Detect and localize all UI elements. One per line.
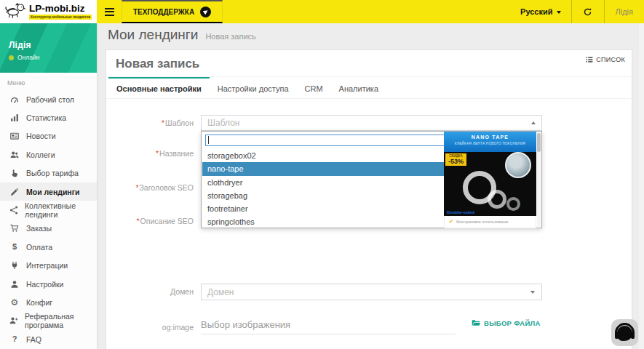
template-option[interactable]: springclothes (202, 215, 445, 228)
text-cursor (208, 136, 209, 144)
choose-file-button[interactable]: ВЫБОР ФАЙЛА (472, 318, 541, 327)
stats-icon (9, 113, 20, 122)
news-icon (9, 132, 20, 140)
preview-footer: ✔ Многоразовое использование (444, 216, 536, 228)
page-scrollbar[interactable] (639, 23, 644, 349)
dashboard-icon (9, 95, 20, 104)
online-status-icon (9, 55, 14, 60)
template-option-list: storagebox02 nano-tape clothdryer storag… (202, 149, 445, 229)
language-dropdown[interactable]: Русский (510, 7, 571, 16)
sidebar-item-label: Настройки (26, 280, 64, 289)
sidebar-item[interactable]: Коллеги (0, 145, 97, 164)
tab-bar: Основные настройки Настройки доступа CRM… (106, 77, 632, 99)
breadcrumb: Мои лендинги Новая запись (108, 27, 256, 43)
tab[interactable]: CRM (297, 77, 331, 98)
sidebar-item[interactable]: Настройки (0, 275, 97, 293)
template-dropdown: storagebox02 nano-tape clothdryer storag… (201, 131, 542, 228)
sidebar-item-label: Оплата (26, 243, 52, 252)
sidebar-item-label: Коллеги (26, 151, 55, 159)
template-option-label: clothdryer (207, 178, 242, 187)
sidebar-item[interactable]: Статистика (0, 108, 97, 127)
user-plus-icon (9, 316, 18, 325)
seo-description-label: Описание SEO (106, 217, 194, 225)
preview-note: Многоразовое использование (456, 220, 509, 224)
preview-product-area: СКИДКА -53% Double-sided (444, 152, 536, 216)
chevron-down-icon (530, 291, 535, 294)
pencil-icon (9, 188, 20, 196)
sidebar-item-label: FAQ (26, 335, 41, 344)
sidebar-toggle-button[interactable] (97, 0, 122, 23)
tab-label: Аналитика (339, 84, 378, 93)
sidebar-item[interactable]: Выбор тарифа (0, 164, 97, 182)
tab[interactable]: Основные настройки (108, 77, 210, 98)
support-chat-widget[interactable] (611, 319, 638, 346)
og-image-input[interactable] (201, 316, 456, 334)
tape-roll-small (506, 197, 520, 211)
logo-subtitle: Конструктор мобильных лендингов (29, 15, 92, 20)
content-area: Мои лендинги Новая запись Новая запись С… (97, 23, 644, 349)
top-header: LP-mobi.biz Конструктор мобильных лендин… (0, 0, 644, 23)
template-option[interactable]: nano-tape (202, 162, 445, 175)
template-preview-image: NANO TAPE КЛЕЙКАЯ ЛЕНТА НОВОГО ПОКОЛЕНИЯ… (444, 132, 536, 228)
profile-banner: Лідія Онлайн (0, 23, 97, 73)
gears-icon: ⚙ (9, 298, 20, 307)
sidebar-item[interactable]: $ Оплата (0, 238, 97, 256)
template-search-input[interactable] (205, 135, 445, 146)
template-option[interactable]: storagebox02 (202, 149, 445, 162)
sidebar-item[interactable]: Реферальная программа (0, 312, 97, 330)
template-option-label: storagebox02 (207, 151, 256, 160)
cart-icon (9, 224, 20, 233)
preview-caption: Double-sided (447, 210, 474, 214)
online-status-label: Онлайн (17, 54, 39, 61)
tab[interactable]: Настройки доступа (210, 77, 297, 98)
template-option[interactable]: clothdryer (202, 176, 445, 189)
preview-header: NANO TAPE КЛЕЙКАЯ ЛЕНТА НОВОГО ПОКОЛЕНИЯ (444, 132, 536, 152)
template-option-label: footretainer (207, 204, 248, 213)
sidebar-item-label: Интеграции (26, 261, 68, 270)
chevron-up-icon (531, 121, 536, 124)
tape-roll-medium (488, 190, 506, 209)
folder-icon (472, 318, 480, 327)
sidebar-item-label: Статистика (26, 113, 66, 122)
sidebar-item-label: Новости (26, 132, 56, 140)
og-image-label: og:image (106, 323, 194, 332)
menu-section-label: Меню (7, 79, 97, 87)
dropdown-scrollbar-thumb[interactable] (537, 133, 541, 152)
tab[interactable]: Аналитика (331, 77, 386, 98)
template-option-label: springclothes (207, 217, 255, 226)
list-button[interactable]: СПИСОК (586, 56, 625, 63)
logo[interactable]: LP-mobi.biz Конструктор мобильных лендин… (0, 0, 97, 23)
refresh-icon (583, 7, 592, 17)
template-select[interactable]: Шаблон (201, 115, 542, 131)
template-option[interactable]: footretainer (202, 202, 445, 215)
preview-subtitle: КЛЕЙКАЯ ЛЕНТА НОВОГО ПОКОЛЕНИЯ (444, 142, 536, 145)
breadcrumb-current: Новая запись (205, 32, 255, 41)
telegram-icon (200, 7, 211, 17)
sidebar-item-label: Реферальная программа (25, 312, 97, 329)
sidebar-item[interactable]: Коллективные лендинги (0, 201, 97, 219)
sidebar-item[interactable]: Интеграции (0, 257, 97, 275)
header-username[interactable]: Лідія (605, 7, 644, 16)
dropdown-scrollbar[interactable] (537, 132, 541, 227)
sidebar-item[interactable]: Рабочий стол (0, 90, 97, 108)
list-button-label: СПИСОК (596, 56, 625, 63)
headset-icon (615, 323, 635, 342)
sidebar-item[interactable]: ? FAQ (0, 330, 97, 348)
dollar-icon: $ (9, 243, 20, 251)
preview-inset-photo (505, 152, 531, 178)
template-label: Шаблон (106, 119, 194, 127)
logo-title: LP-mobi.biz (29, 4, 92, 14)
sidebar-item[interactable]: ⚙ Конфиг (0, 293, 97, 311)
support-button[interactable]: ТЕХПОДДЕРЖКА (122, 0, 223, 23)
sidebar-item-label: Конфиг (26, 298, 52, 307)
preview-title: NANO TAPE (444, 135, 536, 140)
sidebar-item[interactable]: Заказы (0, 220, 97, 238)
refresh-button[interactable] (572, 0, 604, 23)
page-title: Мои лендинги (108, 27, 198, 43)
domain-select[interactable]: Домен (201, 284, 542, 300)
template-option[interactable]: storagebag (202, 189, 445, 202)
sidebar-item[interactable]: Новости (0, 127, 97, 145)
hand-pointer-icon (9, 169, 20, 177)
sidebar-item[interactable]: Мои лендинги (0, 182, 97, 201)
sidebar-item-label: Заказы (26, 224, 52, 233)
